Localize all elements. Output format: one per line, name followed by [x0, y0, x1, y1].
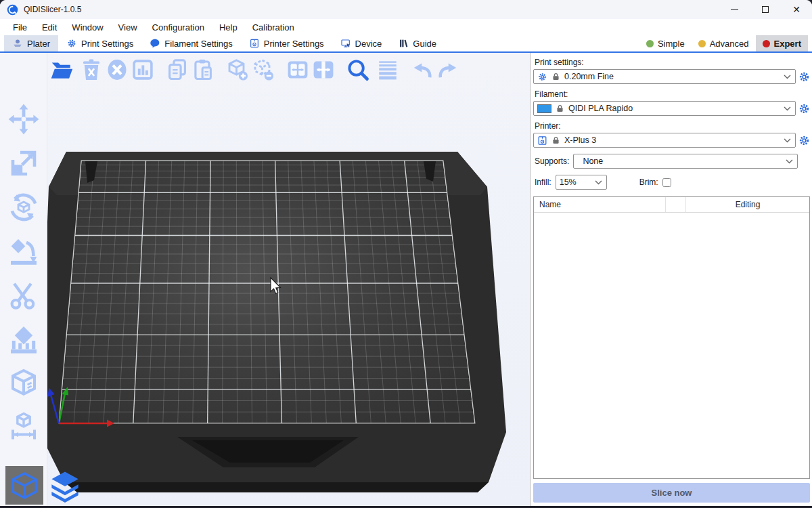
menu-bar: File Edit Window View Configuration Help…: [0, 19, 812, 35]
search-icon: [346, 58, 370, 82]
mode-selector: Simple Advanced Expert: [639, 35, 812, 51]
lock-icon: [551, 135, 560, 145]
view-toggles: [5, 466, 84, 505]
app-logo-icon: [7, 4, 18, 16]
mode-expert[interactable]: Expert: [756, 35, 808, 51]
search-button[interactable]: [345, 57, 371, 83]
tab-printer-settings[interactable]: Printer Settings: [241, 35, 332, 51]
object-list[interactable]: Name Editing: [533, 196, 810, 479]
remove-instance-button[interactable]: [250, 57, 276, 83]
column-editing: Editing: [686, 197, 809, 212]
seam-painting-tool-button[interactable]: [6, 367, 41, 400]
move-icon: [7, 103, 40, 135]
printer-combo[interactable]: X-Plus 3: [533, 133, 796, 148]
paint-supports-icon: [7, 323, 40, 356]
filament-combo[interactable]: QIDI PLA Rapido: [533, 101, 796, 116]
infill-combo[interactable]: 15%: [556, 175, 607, 190]
filament-value: QIDI PLA Rapido: [568, 104, 780, 113]
supports-value: None: [577, 156, 782, 166]
measure-tool-button[interactable]: [6, 411, 41, 444]
cut-tool-button[interactable]: [6, 279, 41, 312]
main-content: Print settings: 0.20mm Fine: [0, 53, 812, 506]
mode-simple[interactable]: Simple: [639, 35, 692, 51]
app-window: QIDISlicer-1.0.5 ✕ File Edit Window View…: [0, 0, 812, 508]
slice-now-button[interactable]: Slice now: [533, 483, 810, 503]
object-list-body[interactable]: [534, 213, 809, 478]
variable-layers-icon: [376, 58, 400, 82]
column-name: Name: [534, 197, 666, 212]
preview-view-button[interactable]: [46, 466, 84, 505]
tab-bar: Plater Print Settings Filament Settings …: [0, 35, 812, 53]
chevron-down-icon: [786, 159, 793, 164]
tab-filament-settings[interactable]: Filament Settings: [141, 35, 240, 51]
redo-icon: [436, 58, 460, 82]
mode-advanced[interactable]: Advanced: [692, 35, 756, 51]
object-list-header: Name Editing: [534, 197, 809, 213]
variable-layer-height-button[interactable]: [375, 57, 401, 83]
split-to-parts-button[interactable]: [311, 57, 336, 83]
delete-button[interactable]: [78, 57, 104, 83]
delete-all-icon: [105, 58, 129, 82]
rotate-tool-button[interactable]: [6, 191, 41, 224]
print-settings-combo[interactable]: 0.20mm Fine: [533, 69, 796, 84]
add-instance-button[interactable]: [225, 57, 250, 83]
print-settings-value: 0.20mm Fine: [564, 72, 780, 81]
undo-icon: [410, 58, 434, 82]
bed-plate: [59, 161, 475, 423]
gear-icon: [66, 38, 77, 49]
open-button[interactable]: [49, 57, 74, 83]
menu-file[interactable]: File: [5, 22, 35, 33]
redo-button[interactable]: [435, 57, 461, 83]
chevron-down-icon: [784, 138, 791, 143]
infill-value: 15%: [560, 177, 591, 187]
paint-supports-tool-button[interactable]: [6, 323, 41, 356]
brim-checkbox[interactable]: [662, 178, 671, 187]
chevron-down-icon: [784, 75, 791, 79]
place-on-face-tool-button[interactable]: [6, 235, 41, 268]
preview-layers-icon: [48, 469, 82, 503]
menu-edit[interactable]: Edit: [35, 22, 64, 33]
split-to-parts-icon: [311, 58, 336, 82]
supports-label: Supports:: [535, 156, 569, 166]
tab-guide[interactable]: Guide: [390, 35, 445, 51]
close-button[interactable]: ✕: [781, 0, 812, 19]
minimize-button[interactable]: [719, 0, 750, 19]
menu-calibration[interactable]: Calibration: [245, 22, 302, 33]
printer-value: X-Plus 3: [564, 135, 780, 145]
tab-print-settings[interactable]: Print Settings: [58, 35, 141, 51]
scale-tool-button[interactable]: [6, 147, 41, 179]
expert-mode-dot-icon: [763, 40, 770, 47]
edit-print-settings-gear-button[interactable]: [798, 71, 810, 83]
lock-icon: [551, 72, 560, 81]
filament-color-swatch: [537, 104, 551, 113]
supports-combo[interactable]: None: [573, 154, 798, 169]
3d-viewport[interactable]: [47, 53, 530, 506]
maximize-button[interactable]: [750, 0, 781, 19]
delete-all-button[interactable]: [104, 57, 130, 83]
mode-label: Advanced: [710, 39, 749, 49]
move-tool-button[interactable]: [6, 103, 41, 135]
copy-button[interactable]: [164, 57, 190, 83]
split-to-objects-button[interactable]: [285, 57, 311, 83]
menu-help[interactable]: Help: [212, 22, 245, 33]
plater-icon: [12, 38, 23, 49]
edit-filament-gear-button[interactable]: [798, 103, 810, 114]
printer-icon: [537, 135, 547, 146]
printer-label: Printer:: [535, 121, 809, 131]
3d-editor-view-button[interactable]: [5, 466, 43, 505]
infill-label: Infill:: [535, 177, 551, 187]
arrange-button[interactable]: [130, 57, 156, 83]
undo-button[interactable]: [409, 57, 435, 83]
tool-sidebar: [0, 53, 47, 506]
menu-window[interactable]: Window: [64, 22, 110, 33]
menu-configuration[interactable]: Configuration: [145, 22, 212, 33]
tab-device[interactable]: Device: [332, 35, 390, 51]
chevron-down-icon: [595, 180, 602, 185]
paste-button[interactable]: [190, 57, 216, 83]
brim-label: Brim:: [639, 177, 658, 187]
edit-printer-gear-button[interactable]: [798, 135, 810, 146]
guide-books-icon: [398, 38, 409, 49]
tab-plater[interactable]: Plater: [4, 35, 58, 51]
tab-label: Device: [355, 39, 382, 49]
menu-view[interactable]: View: [111, 22, 145, 33]
